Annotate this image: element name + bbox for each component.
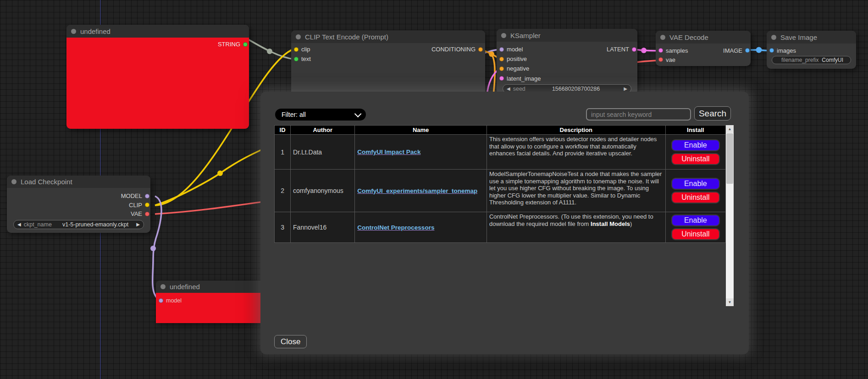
node-error-top[interactable]: undefined STRING xyxy=(66,25,249,129)
output-slot-model[interactable]: MODEL xyxy=(118,192,149,199)
node-error-top-titlebar[interactable]: undefined xyxy=(66,25,249,38)
input-dot-model[interactable] xyxy=(499,47,504,52)
node-vae-decode[interactable]: VAE Decode samples IMAGE vae xyxy=(656,31,751,66)
node-clip-text-encode[interactable]: CLIP Text Encode (Prompt) clip CONDITION… xyxy=(291,30,485,97)
input-dot-negative[interactable] xyxy=(499,66,504,71)
input-slot-model[interactable]: model xyxy=(158,297,184,304)
node-load-checkpoint[interactable]: Load Checkpoint MODEL CLIP VAE ◀ ckpt_na… xyxy=(7,176,150,233)
table-scrollbar[interactable]: ▲ ▼ xyxy=(726,125,734,306)
node-ksampler[interactable]: KSampler model LATENT positive negative xyxy=(497,29,637,94)
input-slot-negative[interactable]: negative xyxy=(498,65,532,72)
output-slot-string[interactable]: STRING xyxy=(215,41,247,48)
cell-install: Enable Uninstall xyxy=(665,170,725,212)
input-slot-model[interactable]: model xyxy=(498,46,525,53)
input-slot-latent-image[interactable]: latent_image xyxy=(498,75,543,82)
filter-select[interactable]: Filter: all xyxy=(275,109,366,121)
input-slot-vae[interactable]: vae xyxy=(658,56,678,63)
output-dot-clip[interactable] xyxy=(145,203,149,207)
node-status-icon xyxy=(501,33,506,38)
extensions-table-container: ID Author Name Description Install 1 Dr.… xyxy=(274,125,734,306)
node-save-image[interactable]: Save Image images filename_prefix ComfyU… xyxy=(767,31,856,69)
node-title: Load Checkpoint xyxy=(21,178,72,186)
output-slot-conditioning[interactable]: CONDITIONING xyxy=(429,46,483,53)
cell-name: ControlNet Preprocessors xyxy=(355,212,487,243)
input-slot-images[interactable]: images xyxy=(768,47,799,54)
output-dot-string[interactable] xyxy=(243,42,248,47)
uninstall-button[interactable]: Uninstall xyxy=(671,153,720,165)
output-dot-latent[interactable] xyxy=(632,47,636,52)
input-slot-clip[interactable]: clip xyxy=(293,46,313,53)
scroll-down-icon[interactable]: ▼ xyxy=(726,298,734,306)
node-title: undefined xyxy=(80,27,111,35)
extension-link[interactable]: ComfyUI_experiments/sampler_tonemap xyxy=(357,187,477,194)
cell-description: ModelSamplerTonemapNoiseTest a node that… xyxy=(487,170,665,212)
scrollbar-thumb[interactable] xyxy=(726,133,733,184)
input-dot-vae[interactable] xyxy=(658,57,663,62)
input-slot-samples[interactable]: samples xyxy=(658,47,691,54)
node-status-icon xyxy=(11,179,17,184)
output-dot-vae[interactable] xyxy=(145,212,149,216)
output-slot-clip[interactable]: CLIP xyxy=(126,202,149,209)
output-slot-latent[interactable]: LATENT xyxy=(604,46,636,53)
header-id: ID xyxy=(275,126,291,135)
header-description: Description xyxy=(487,126,665,135)
node-title: KSampler xyxy=(510,32,541,39)
node-title: CLIP Text Encode (Prompt) xyxy=(305,33,388,41)
close-button[interactable]: Close xyxy=(274,335,307,348)
output-dot-image[interactable] xyxy=(745,48,750,53)
search-input[interactable] xyxy=(586,108,691,121)
input-dot-text[interactable] xyxy=(294,57,299,61)
node-ksampler-titlebar[interactable]: KSampler xyxy=(497,29,637,42)
uninstall-button[interactable]: Uninstall xyxy=(671,192,720,203)
increment-arrow-icon[interactable]: ▶ xyxy=(624,87,627,91)
output-dot-conditioning[interactable] xyxy=(478,47,483,52)
node-vae-titlebar[interactable]: VAE Decode xyxy=(656,31,751,44)
cell-description: ControlNet Preprocessors. (To use this e… xyxy=(487,212,665,243)
node-status-icon xyxy=(160,284,166,289)
cell-install: Enable Uninstall xyxy=(665,135,725,170)
node-error-bottom[interactable]: undefined model xyxy=(156,280,266,323)
uninstall-button[interactable]: Uninstall xyxy=(671,228,720,240)
filter-select-value: Filter: all xyxy=(282,111,306,118)
table-header-row: ID Author Name Description Install xyxy=(275,126,726,135)
increment-arrow-icon[interactable]: ▶ xyxy=(136,222,140,227)
input-slot-text[interactable]: text xyxy=(293,55,314,62)
input-dot-model[interactable] xyxy=(159,298,163,303)
node-title: VAE Decode xyxy=(669,33,708,41)
decrement-arrow-icon[interactable]: ◀ xyxy=(17,222,21,227)
cell-author: Fannovel16 xyxy=(291,212,355,243)
node-status-icon xyxy=(771,35,776,40)
enable-button[interactable]: Enable xyxy=(671,214,720,226)
cell-id: 3 xyxy=(275,212,291,243)
extension-link[interactable]: ControlNet Preprocessors xyxy=(357,224,434,231)
node-save-image-titlebar[interactable]: Save Image xyxy=(767,31,856,44)
node-title: undefined xyxy=(170,283,200,291)
node-status-icon xyxy=(71,29,76,34)
cell-name: ComfyUI Impact Pack xyxy=(355,135,487,170)
output-slot-vae[interactable]: VAE xyxy=(128,210,149,217)
output-dot-model[interactable] xyxy=(145,194,149,198)
node-clip-titlebar[interactable]: CLIP Text Encode (Prompt) xyxy=(291,30,485,43)
scroll-up-icon[interactable]: ▲ xyxy=(726,125,734,133)
input-dot-images[interactable] xyxy=(769,48,774,53)
enable-button[interactable]: Enable xyxy=(671,139,720,151)
extension-manager-dialog: Filter: all Search ID Author Name Descri… xyxy=(260,92,749,354)
search-button[interactable]: Search xyxy=(694,106,731,121)
input-slot-positive[interactable]: positive xyxy=(498,55,530,62)
node-title: Save Image xyxy=(780,33,817,41)
node-error-bottom-titlebar[interactable]: undefined xyxy=(156,280,266,293)
node-load-checkpoint-titlebar[interactable]: Load Checkpoint xyxy=(7,176,150,188)
input-dot-positive[interactable] xyxy=(499,57,504,61)
input-dot-clip[interactable] xyxy=(294,47,299,52)
decrement-arrow-icon[interactable]: ◀ xyxy=(507,87,510,91)
filename-prefix-widget[interactable]: filename_prefix ComfyUI xyxy=(772,56,851,64)
table-row: 3 Fannovel16 ControlNet Preprocessors Co… xyxy=(275,212,726,243)
enable-button[interactable]: Enable xyxy=(671,178,720,190)
cell-description: This extension offers various detector n… xyxy=(487,135,665,170)
input-dot-samples[interactable] xyxy=(658,48,663,53)
ckpt-name-widget[interactable]: ◀ ckpt_name v1-5-pruned-emaonly.ckpt ▶ xyxy=(13,220,144,229)
input-dot-latent-image[interactable] xyxy=(499,76,504,81)
extension-link[interactable]: ComfyUI Impact Pack xyxy=(357,148,420,155)
extensions-table: ID Author Name Description Install 1 Dr.… xyxy=(274,125,726,243)
output-slot-image[interactable]: IMAGE xyxy=(720,47,749,54)
